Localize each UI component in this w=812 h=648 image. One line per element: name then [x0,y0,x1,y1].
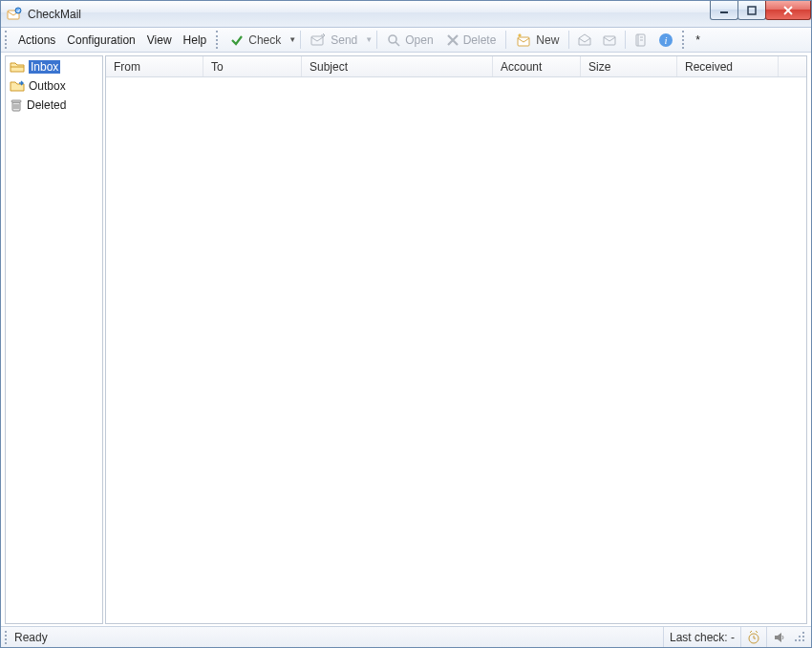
status-text: Ready [14,631,48,644]
address-book-button[interactable] [629,28,653,52]
separator [568,31,569,49]
toolbar-grip-2[interactable] [216,31,222,49]
column-to[interactable]: To [203,56,302,76]
maximize-icon [747,6,757,15]
client-area: Inbox Outbox Deleted From To Subject Acc… [1,53,811,626]
menu-view[interactable]: View [141,28,178,52]
window-controls [711,1,811,20]
send-label: Send [331,33,357,47]
separator [376,31,377,49]
statusbar-grip[interactable] [5,631,11,644]
menu-configuration[interactable]: Configuration [61,28,140,52]
delete-icon [447,34,459,46]
window-title: CheckMail [28,8,711,21]
separator [300,31,301,49]
inbox-icon [10,60,25,74]
column-subject[interactable]: Subject [302,56,493,76]
folder-label: Deleted [27,98,66,112]
status-last-check: Last check: - [663,627,740,647]
column-received[interactable]: Received [677,56,779,76]
close-icon [782,6,794,15]
separator [625,31,626,49]
extra-menu[interactable]: * [690,28,706,52]
speaker-icon [773,631,786,644]
maximize-button[interactable] [737,1,766,20]
separator [505,31,506,49]
check-icon [230,33,244,47]
send-dropdown[interactable]: ▼ [364,28,374,52]
minimize-button[interactable] [710,1,738,20]
svg-rect-2 [720,11,728,13]
folder-outbox[interactable]: Outbox [6,76,102,96]
new-button[interactable]: New [509,28,566,52]
check-button[interactable]: Check [224,28,288,52]
send-button[interactable]: Send [304,28,364,52]
column-headers: From To Subject Account Size Received [106,56,806,77]
check-label: Check [248,33,281,47]
book-icon [634,33,648,47]
status-clock-button[interactable] [740,627,766,647]
delete-button[interactable]: Delete [440,28,503,52]
folder-label: Outbox [29,79,66,93]
mark-read-button[interactable] [572,28,597,52]
message-list: From To Subject Account Size Received [105,55,807,624]
check-dropdown[interactable]: ▼ [288,28,297,52]
message-list-body[interactable] [106,77,806,623]
folder-inbox[interactable]: Inbox [6,57,102,76]
app-icon [7,7,22,22]
svg-point-5 [389,35,396,43]
envelope-icon [602,33,617,47]
menu-actions[interactable]: Actions [12,28,61,52]
column-size[interactable]: Size [581,56,677,76]
deleted-icon [10,98,23,112]
delete-label: Delete [463,33,497,47]
new-label: New [536,33,559,47]
folder-label: Inbox [29,60,60,74]
mark-unread-button[interactable] [597,28,622,52]
info-button[interactable]: i [653,28,678,52]
svg-rect-12 [11,100,21,102]
envelope-open-icon [577,33,592,47]
menu-help[interactable]: Help [178,28,213,52]
info-icon: i [658,32,673,48]
folder-tree[interactable]: Inbox Outbox Deleted [5,55,103,624]
open-button[interactable]: Open [380,28,439,52]
column-from[interactable]: From [106,56,203,76]
open-label: Open [405,33,433,47]
outbox-icon [10,79,25,93]
send-icon [310,33,326,47]
column-account[interactable]: Account [493,56,581,76]
clock-icon [747,631,760,644]
close-button[interactable] [765,1,811,20]
toolbar-grip-1[interactable] [5,31,11,49]
toolbar-grip-3[interactable] [682,31,688,49]
svg-text:i: i [665,34,668,46]
status-sound-button[interactable] [766,627,792,647]
status-bar: Ready Last check: - [1,626,811,647]
title-bar[interactable]: CheckMail [1,1,811,28]
resize-grip[interactable] [794,631,807,644]
app-window: CheckMail Actions Configuration View Hel… [0,0,812,648]
folder-deleted[interactable]: Deleted [6,96,102,115]
last-check-label: Last check: - [670,631,735,644]
svg-rect-3 [748,7,756,14]
column-extra[interactable] [779,56,806,76]
minimize-icon [719,6,729,15]
menu-toolbar: Actions Configuration View Help Check ▼ … [1,28,811,53]
new-icon [516,33,531,47]
open-icon [387,33,400,47]
